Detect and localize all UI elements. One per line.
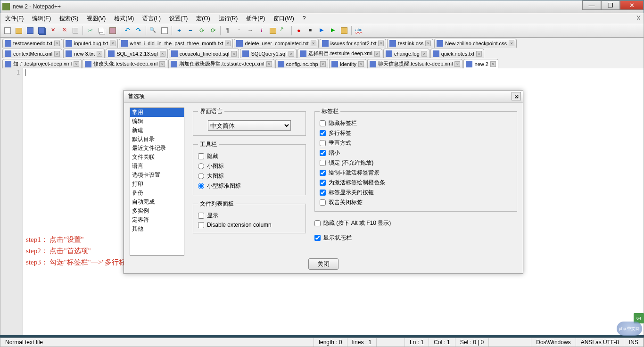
document-tab[interactable]: delete_user_compaleted.txt× (234, 39, 318, 48)
document-tab[interactable]: config.inc.php× (275, 59, 328, 68)
document-tab[interactable]: 选择科目.testsuite-deep.xml× (297, 49, 382, 58)
tab-close-icon[interactable]: × (160, 51, 165, 57)
toolbar-hide-checkbox[interactable] (198, 153, 204, 159)
wordwrap-button[interactable] (223, 25, 233, 36)
menu-window[interactable]: 窗口(W) (271, 14, 297, 24)
tab-close-icon[interactable]: × (454, 61, 460, 67)
document-tab[interactable]: SQL_v14.2.13.sql× (106, 49, 167, 58)
document-tab[interactable]: 修改头像.testsuite-deep.xml× (83, 59, 167, 68)
paste-button[interactable] (107, 25, 118, 36)
menu-macro[interactable]: 宏(O) (193, 14, 213, 24)
tab-close-icon[interactable]: × (97, 51, 102, 57)
close-file-button[interactable] (48, 25, 58, 36)
indent-guide-button[interactable] (245, 25, 256, 36)
menu-settings[interactable]: 设置(T) (166, 14, 190, 24)
tabbar-inactive-checkbox[interactable] (320, 170, 326, 176)
pref-category-item[interactable]: 自动完成 (130, 198, 184, 207)
tab-close-icon[interactable]: × (225, 41, 231, 46)
tabbar-vert-checkbox[interactable] (320, 140, 326, 146)
tabbar-lock-checkbox[interactable] (320, 160, 326, 166)
document-tab[interactable]: Identity× (329, 59, 366, 68)
folder-button[interactable] (268, 25, 278, 36)
document-tab[interactable]: inputed.bug.txt× (63, 39, 118, 48)
document-tab[interactable]: contextMenu.xml× (2, 49, 62, 58)
pref-category-item[interactable]: 文件关联 (130, 153, 184, 162)
preferences-category-list[interactable]: 常用编辑新建默认目录最近文件记录文件关联语言选项卡设置打印备份自动完成多实例定界… (130, 107, 184, 256)
pref-category-item[interactable]: 默认目录 (130, 135, 184, 144)
copy-button[interactable] (96, 25, 107, 36)
tab-close-icon[interactable]: × (374, 51, 380, 57)
toolbar-std-radio[interactable] (198, 183, 204, 189)
pref-category-item[interactable]: 编辑 (130, 117, 184, 126)
tab-close-icon[interactable]: × (54, 51, 60, 57)
document-tab[interactable]: 增加任教班级异常.testsuite-deep.xml× (168, 59, 274, 68)
maximize-button[interactable]: ❐ (601, 0, 620, 10)
tab-close-icon[interactable]: × (509, 41, 514, 46)
redo-button[interactable] (133, 25, 144, 36)
toolbar-big-radio[interactable] (198, 173, 204, 179)
dialog-close-btn[interactable]: 关闭 (308, 258, 339, 270)
pref-category-item[interactable]: 定界符 (130, 215, 184, 224)
menu-language[interactable]: 语言(L) (140, 14, 164, 24)
func-list-button[interactable] (256, 25, 267, 36)
hide-menubar-checkbox[interactable] (314, 220, 321, 226)
new-file-button[interactable] (2, 25, 13, 36)
tab-close-icon[interactable]: × (476, 51, 482, 57)
toolbar-small-radio[interactable] (198, 163, 204, 169)
document-tab[interactable]: issues for sprint2.txt× (320, 39, 387, 48)
docpanel-ext-checkbox[interactable] (198, 222, 204, 228)
sync-v-button[interactable] (197, 25, 207, 36)
pref-category-item[interactable]: 最近文件记录 (130, 144, 184, 153)
tab-close-icon[interactable]: × (378, 41, 384, 46)
tab-close-icon[interactable]: × (358, 61, 364, 67)
menu-search[interactable]: 搜索(S) (57, 14, 81, 24)
cut-button[interactable] (85, 25, 95, 36)
menu-help[interactable]: ? (300, 14, 309, 23)
undo-button[interactable] (122, 25, 132, 36)
tab-close-icon[interactable]: × (54, 41, 60, 46)
menubar-close-icon[interactable]: X (636, 14, 641, 22)
tab-close-icon[interactable]: × (490, 61, 496, 67)
menu-run[interactable]: 运行(R) (216, 14, 241, 24)
pref-category-item[interactable]: 选项卡设置 (130, 171, 184, 180)
dialog-close-button[interactable]: ⊠ (512, 92, 521, 100)
document-tab[interactable]: new 3.txt× (63, 49, 105, 58)
ui-language-select[interactable]: 中文简体 (208, 120, 291, 131)
tab-close-icon[interactable]: × (425, 41, 431, 46)
tabbar-showclose-checkbox[interactable] (320, 190, 326, 196)
pref-category-item[interactable]: 常用 (130, 108, 184, 117)
document-tab[interactable]: testcasemedo.txt× (2, 39, 62, 48)
print-button[interactable] (70, 25, 81, 36)
replace-button[interactable] (159, 25, 170, 36)
tabbar-small-checkbox[interactable] (320, 150, 326, 156)
macro-save-button[interactable] (339, 25, 349, 36)
document-tab[interactable]: quick.notes.txt× (430, 49, 484, 58)
document-tab[interactable]: 聊天信息提醒.testsuite-deep.xml× (367, 59, 462, 68)
tab-close-icon[interactable]: × (159, 61, 165, 67)
tab-close-icon[interactable]: × (231, 51, 237, 57)
find-button[interactable] (148, 25, 158, 36)
tab-close-icon[interactable]: × (74, 61, 79, 67)
tabbar-dbl-checkbox[interactable] (320, 199, 326, 206)
close-all-button[interactable] (59, 25, 69, 36)
show-hidden-button[interactable] (234, 25, 244, 36)
tab-close-icon[interactable]: × (320, 61, 326, 67)
document-tab[interactable]: SQLQuery1.sql× (240, 49, 296, 58)
tabbar-hide-checkbox[interactable] (320, 120, 326, 126)
macro-play-button[interactable] (316, 25, 327, 36)
minimize-button[interactable]: — (582, 0, 601, 10)
pref-category-item[interactable]: 备份 (130, 189, 184, 198)
menu-file[interactable]: 文件(F) (2, 14, 26, 24)
macro-multi-button[interactable] (328, 25, 338, 36)
menu-edit[interactable]: 编辑(E) (29, 14, 54, 24)
save-all-button[interactable] (36, 25, 47, 36)
pref-category-item[interactable]: 其他 (130, 224, 184, 233)
tabbar-multi-checkbox[interactable] (320, 130, 326, 136)
tabbar-orange-checkbox[interactable] (320, 180, 326, 186)
show-statusbar-checkbox[interactable] (314, 235, 321, 241)
tab-close-icon[interactable]: × (266, 61, 272, 67)
zoom-in-button[interactable] (174, 25, 184, 36)
document-tab[interactable]: what_i_did_in_the_past_three_month.txt× (119, 39, 233, 48)
zoom-out-button[interactable] (185, 25, 196, 36)
tab-close-icon[interactable]: × (110, 41, 116, 46)
